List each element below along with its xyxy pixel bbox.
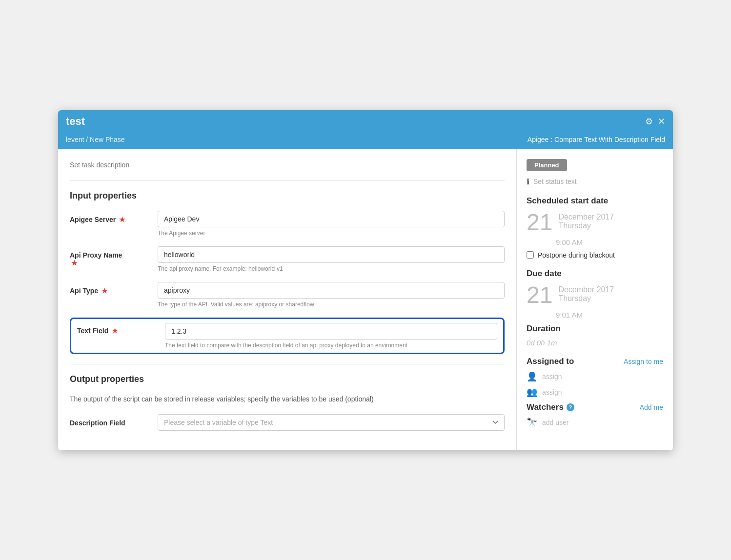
planned-badge: Planned bbox=[527, 159, 567, 171]
field-row-api-proxy-name: Api Proxy Name ★ The api proxy name. For… bbox=[70, 246, 505, 272]
main-window: test ⚙ ✕ levent / New Phase Apigee : Com… bbox=[58, 110, 673, 450]
assign-user-text[interactable]: assign bbox=[542, 373, 562, 380]
text-field-label: Text Field ★ bbox=[77, 323, 165, 335]
apigee-server-input[interactable] bbox=[158, 211, 505, 227]
duration-value: 0d 0h 1m bbox=[527, 339, 663, 347]
duration-heading: Duration bbox=[527, 324, 663, 334]
scheduled-start-time: 9:00 AM bbox=[556, 238, 663, 246]
description-field-select[interactable]: Please select a variable of type Text bbox=[158, 414, 505, 431]
due-date-heading: Due date bbox=[527, 269, 663, 279]
field-row-apigee-server: Apigee Server ★ The Apigee server bbox=[70, 211, 505, 237]
field-row-api-type: Api Type ★ The type of the API. Valid va… bbox=[70, 282, 505, 308]
text-field-content: The text field to compare with the descr… bbox=[165, 323, 497, 349]
status-text-placeholder[interactable]: Set status text bbox=[533, 178, 577, 185]
postpone-row: Postpone during blackout bbox=[527, 251, 663, 259]
window-title: test bbox=[66, 115, 85, 128]
title-bar: test ⚙ ✕ bbox=[58, 110, 673, 133]
input-section-title: Input properties bbox=[70, 191, 505, 201]
due-time: 9:01 AM bbox=[556, 311, 663, 319]
due-date-block: 21 December 2017 Thursday bbox=[527, 283, 663, 307]
due-day-number: 21 bbox=[527, 283, 552, 307]
apigee-server-label: Apigee Server ★ bbox=[70, 211, 158, 223]
add-me-link[interactable]: Add me bbox=[640, 403, 663, 411]
apigee-server-content: The Apigee server bbox=[158, 211, 505, 237]
task-info: Apigee : Compare Text With Description F… bbox=[528, 136, 665, 143]
description-field-label: Description Field bbox=[70, 414, 158, 427]
assign-user-row: 👤 assign bbox=[527, 371, 663, 382]
task-description-input[interactable] bbox=[70, 159, 505, 171]
assign-team-row: 👥 assign bbox=[527, 387, 663, 398]
right-panel: Planned ℹ Set status text Scheduled star… bbox=[517, 149, 673, 450]
add-user-text[interactable]: add user bbox=[542, 419, 569, 426]
watchers-header: Watchers ? Add me bbox=[527, 402, 663, 412]
users-icon: 👥 bbox=[527, 387, 537, 398]
assign-team-text[interactable]: assign bbox=[542, 388, 562, 396]
description-field-content: Please select a variable of type Text bbox=[158, 414, 505, 431]
api-type-input[interactable] bbox=[158, 282, 505, 299]
status-text-row: ℹ Set status text bbox=[527, 177, 663, 186]
api-proxy-name-content: The api proxy name. For example: hellowo… bbox=[158, 246, 505, 272]
text-field-input[interactable] bbox=[165, 323, 497, 340]
api-proxy-name-input[interactable] bbox=[158, 246, 505, 263]
field-row-text-field-highlighted: Text Field ★ The text field to compare w… bbox=[70, 318, 505, 354]
close-icon[interactable]: ✕ bbox=[658, 116, 665, 127]
watchers-title: Watchers ? bbox=[527, 402, 574, 412]
content-area: Input properties Apigee Server ★ The Api… bbox=[58, 149, 673, 450]
assigned-to-heading: Assigned to bbox=[527, 357, 574, 366]
divider-output bbox=[70, 364, 505, 364]
output-description: The output of the script can be stored i… bbox=[70, 394, 505, 404]
api-proxy-name-label: Api Proxy Name ★ bbox=[70, 246, 158, 267]
api-proxy-name-hint: The api proxy name. For example: hellowo… bbox=[158, 265, 505, 272]
due-weekday: Thursday bbox=[558, 294, 614, 303]
due-date-text: December 2017 Thursday bbox=[558, 283, 614, 303]
scheduled-start-weekday: Thursday bbox=[558, 221, 614, 230]
window-controls: ⚙ ✕ bbox=[645, 116, 665, 127]
api-type-content: The type of the API. Valid values are: a… bbox=[158, 282, 505, 308]
postpone-label: Postpone during blackout bbox=[538, 251, 615, 259]
scheduled-start-date-text: December 2017 Thursday bbox=[558, 211, 614, 230]
field-row-description-field: Description Field Please select a variab… bbox=[70, 414, 505, 431]
help-icon[interactable]: ? bbox=[567, 403, 574, 411]
scheduled-start-month-year: December 2017 bbox=[558, 213, 614, 221]
settings-icon[interactable]: ⚙ bbox=[645, 116, 653, 127]
scheduled-start-day-number: 21 bbox=[527, 211, 552, 234]
output-section-title: Output properties bbox=[70, 374, 505, 384]
divider bbox=[70, 180, 505, 181]
text-field-hint: The text field to compare with the descr… bbox=[165, 342, 497, 349]
assign-to-me-link[interactable]: Assign to me bbox=[624, 358, 663, 365]
warning-icon: ℹ bbox=[527, 177, 529, 186]
scheduled-start-date-heading: Scheduled start date bbox=[527, 196, 663, 206]
api-type-label: Api Type ★ bbox=[70, 282, 158, 295]
subtitle-bar: levent / New Phase Apigee : Compare Text… bbox=[58, 133, 673, 149]
add-user-row: 🔭 add user bbox=[527, 417, 663, 428]
api-type-hint: The type of the API. Valid values are: a… bbox=[158, 301, 505, 308]
user-icon: 👤 bbox=[527, 371, 537, 382]
breadcrumb: levent / New Phase bbox=[66, 136, 125, 143]
postpone-checkbox[interactable] bbox=[527, 251, 534, 259]
main-panel: Input properties Apigee Server ★ The Api… bbox=[58, 149, 517, 450]
scheduled-start-date-block: 21 December 2017 Thursday bbox=[527, 211, 663, 234]
assigned-to-header: Assigned to Assign to me bbox=[527, 357, 663, 366]
apigee-server-hint: The Apigee server bbox=[158, 230, 505, 237]
binoculars-icon: 🔭 bbox=[527, 417, 537, 428]
due-month-year: December 2017 bbox=[558, 285, 614, 294]
watchers-heading: Watchers bbox=[527, 402, 564, 412]
